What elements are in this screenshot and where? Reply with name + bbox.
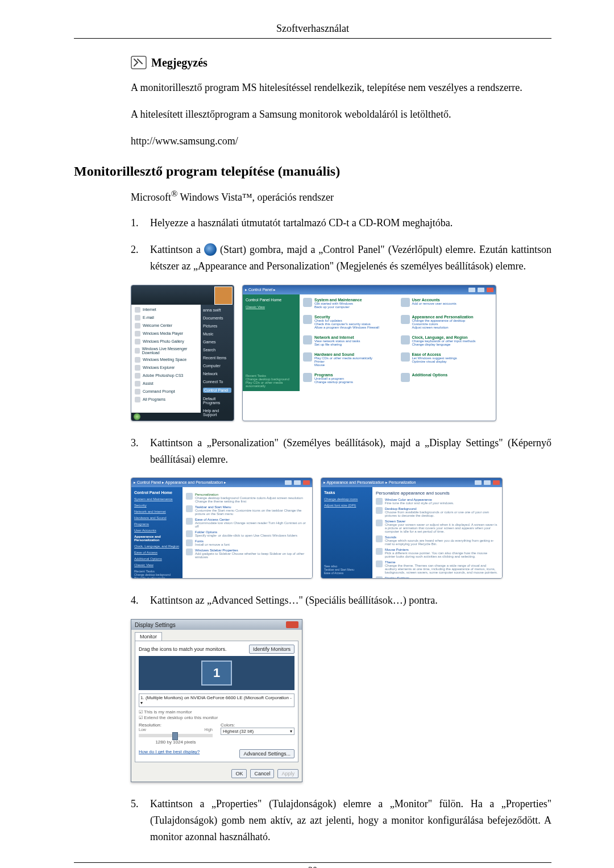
start-menu-item[interactable]: Connect To xyxy=(203,380,231,384)
cp-category[interactable]: Network and InternetView network status … xyxy=(303,335,395,350)
display-settings-dialog: Display Settings Monitor Drag the icons … xyxy=(131,619,302,782)
appearance-panel-mock: ▸ Control Panel ▸ Appearance and Persona… xyxy=(131,477,313,579)
identify-monitors-button[interactable]: Identify Monitors xyxy=(249,645,294,654)
cp-category[interactable]: System and MaintenanceGet started with W… xyxy=(303,298,395,313)
personalization-main: Personalize appearance and soundsWindow … xyxy=(372,487,502,578)
note-heading: Megjegyzés xyxy=(131,56,551,69)
page-footer: 20 xyxy=(74,862,551,868)
start-menu-item[interactable]: Internet xyxy=(135,307,197,313)
cp-category[interactable]: SecurityCheck for updatesCheck this comp… xyxy=(303,315,395,333)
personalization-item[interactable]: SoundsChange which sounds are heard when… xyxy=(376,535,499,546)
user-avatar xyxy=(214,286,233,305)
control-panel-mock: ▸ Control Panel ▸ Control Panel Home Cla… xyxy=(242,285,496,421)
monitor-icon[interactable]: 1 xyxy=(201,661,232,686)
ds-extend-checkbox[interactable]: ☑ Extend the desktop onto this monitor xyxy=(139,715,294,720)
cp-category[interactable]: User AccountsAdd or remove user accounts xyxy=(401,298,493,313)
start-menu-right: anna swiftDocumentsPicturesMusicGamesSea… xyxy=(201,305,234,413)
cp-category[interactable]: Additional Options xyxy=(401,373,493,388)
appearance-item[interactable]: Windows Sidebar PropertiesAdd gadgets to… xyxy=(186,549,309,559)
close-icon[interactable] xyxy=(286,621,298,628)
step-5: 5. Kattintson a „Properties" (Tulajdonsá… xyxy=(131,796,551,845)
start-menu-item[interactable]: Windows Media Player xyxy=(135,331,197,337)
start-menu-item[interactable]: Welcome Center xyxy=(135,323,197,329)
personalization-item[interactable]: Window Color and AppearanceFine tune the… xyxy=(376,498,499,505)
step-3: 3. Kattintson a „Personalization" (Szemé… xyxy=(131,435,551,468)
advanced-settings-button[interactable]: Advanced Settings... xyxy=(239,749,294,758)
step-2: 2. Kattintson a (Start) gombra, majd a „… xyxy=(131,242,551,275)
cp-category[interactable]: Clock, Language, and RegionChange keyboa… xyxy=(401,335,493,350)
appearance-item[interactable]: PersonalizationChange desktop background… xyxy=(186,493,309,503)
ds-tab-monitor[interactable]: Monitor xyxy=(135,632,162,641)
os-line: Microsoft® Windows Vista™, operációs ren… xyxy=(131,189,551,203)
start-menu-item[interactable]: Windows Live Messenger Download xyxy=(135,347,197,355)
personalization-item[interactable]: Mouse PointersPick a different mouse poi… xyxy=(376,548,499,558)
ds-preview: 1 xyxy=(139,656,294,690)
ds-titlebar: Display Settings xyxy=(131,620,302,630)
start-menu-item[interactable]: Computer xyxy=(203,364,231,368)
start-menu-left: InternetE-mailWelcome CenterWindows Medi… xyxy=(131,305,201,413)
personalization-item[interactable]: Desktop BackgroundChoose from available … xyxy=(376,507,499,517)
figure-step2: InternetE-mailWelcome CenterWindows Medi… xyxy=(131,285,551,421)
cp-category[interactable]: Ease of AccessLet Windows suggest settin… xyxy=(401,352,493,371)
appearance-item[interactable]: Taskbar and Start MenuCustomize the Star… xyxy=(186,505,309,516)
start-orb-icon xyxy=(134,413,140,420)
appearance-sidebar: Control Panel HomeSystem and Maintenance… xyxy=(131,487,182,578)
figure-step3: ▸ Control Panel ▸ Appearance and Persona… xyxy=(131,477,551,579)
start-menu-item[interactable]: Search xyxy=(203,348,231,352)
start-menu-item[interactable]: E-mail xyxy=(135,315,197,321)
start-menu-item[interactable]: Documents xyxy=(203,316,231,320)
apply-button: Apply xyxy=(277,769,298,778)
ds-drag-text: Drag the icons to match your monitors. xyxy=(139,646,227,652)
note-paragraph-2: A hitelesített illesztőprogram a Samsung… xyxy=(131,106,551,123)
start-menu-item[interactable]: Windows Photo Gallery xyxy=(135,339,197,344)
start-menu-item[interactable]: Network xyxy=(203,372,231,376)
note-label: Megjegyzés xyxy=(151,56,208,69)
personalization-item[interactable]: Screen SaverChange your screen saver or … xyxy=(376,520,499,533)
start-orb-icon xyxy=(204,243,217,256)
start-menu-item[interactable]: Help and Support xyxy=(203,409,231,417)
ds-resolution-label: Resolution: xyxy=(139,722,213,728)
cp-sidebar: Control Panel Home Classic View Recent T… xyxy=(243,294,300,391)
cp-main: System and MaintenanceGet started with W… xyxy=(300,294,496,391)
ds-colors-dropdown[interactable]: Highest (32 bit)▾ xyxy=(221,728,294,735)
ds-resolution-slider[interactable] xyxy=(139,734,213,737)
start-menu-item[interactable]: Windows Explorer xyxy=(135,365,197,371)
personalization-item[interactable]: ThemeChange the theme. Themes can change… xyxy=(376,560,499,574)
appearance-item[interactable]: FontsInstall or remove a font xyxy=(186,539,309,546)
ds-main-monitor-checkbox[interactable]: ☑ This is my main monitor xyxy=(139,709,294,715)
cancel-button[interactable]: Cancel xyxy=(250,769,274,778)
start-menu-item[interactable]: Assist xyxy=(135,381,197,387)
start-menu-item[interactable]: Games xyxy=(203,340,231,344)
start-menu-item[interactable]: Command Prompt xyxy=(135,389,197,394)
start-menu-item[interactable]: Windows Meeting Space xyxy=(135,357,197,363)
start-menu-item[interactable]: Default Programs xyxy=(203,397,231,405)
ok-button[interactable]: OK xyxy=(231,769,247,778)
start-menu-item[interactable]: Control Panel xyxy=(203,388,231,393)
cp-breadcrumb: ▸ Control Panel ▸ xyxy=(245,288,276,292)
start-menu-item[interactable]: Adobe Photoshop CS3 xyxy=(135,373,197,379)
step-4: 4. Kattintson az „Advanced Settings…" (S… xyxy=(131,592,551,609)
appearance-item[interactable]: Ease of Access CenterAccommodate low vis… xyxy=(186,518,309,528)
ds-monitor-dropdown[interactable]: 1. (Multiple Monitors) on NVIDIA GeForce… xyxy=(139,693,294,707)
cp-category[interactable]: Appearance and PersonalizationChange the… xyxy=(401,315,493,333)
page-header: Szoftverhasználat xyxy=(74,23,551,39)
start-menu-item[interactable]: Music xyxy=(203,332,231,336)
note-paragraph-1: A monitorillesztő program MS hitelesítés… xyxy=(131,80,551,96)
personalization-sidebar: TasksChange desktop iconsAdjust font siz… xyxy=(321,487,372,578)
step-1: 1. Helyezze a használati útmutatót tarta… xyxy=(131,215,551,231)
start-menu-item[interactable]: All Programs xyxy=(135,397,197,402)
start-menu-item[interactable]: Recent Items xyxy=(203,356,231,360)
note-url: http://www.samsung.com/ xyxy=(131,133,551,149)
cp-category[interactable]: ProgramsUninstall a programChange startu… xyxy=(303,373,395,388)
appearance-item[interactable]: Folder OptionsSpecify single- or double-… xyxy=(186,530,309,537)
personalization-item[interactable]: Display SettingsAdjust your monitor reso… xyxy=(376,576,499,579)
start-menu-item[interactable]: Pictures xyxy=(203,324,231,328)
start-menu-mock: InternetE-mailWelcome CenterWindows Medi… xyxy=(131,285,234,421)
ds-resolution-value: 1280 by 1024 pixels xyxy=(139,740,213,745)
section-heading: Monitorillesztő program telepítése (manu… xyxy=(74,164,551,179)
ds-help-link[interactable]: How do I get the best display? xyxy=(139,749,200,758)
cp-category[interactable]: Hardware and SoundPlay CDs or other medi… xyxy=(303,352,395,371)
svg-rect-0 xyxy=(131,56,146,69)
ds-colors-label: Colors: xyxy=(221,722,294,728)
appearance-main: PersonalizationChange desktop background… xyxy=(182,487,312,578)
